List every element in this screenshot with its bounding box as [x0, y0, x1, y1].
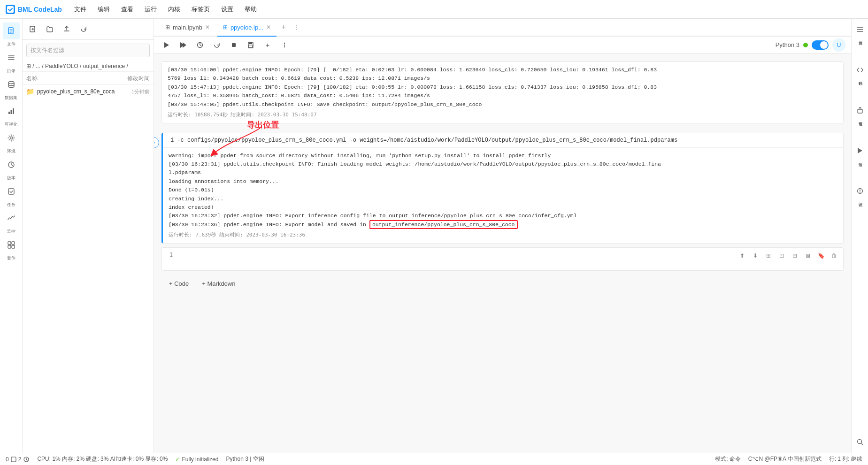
right-label-debug: 调试	[857, 200, 862, 219]
save-btn[interactable]	[244, 38, 257, 52]
refresh-nb-btn[interactable]	[210, 38, 223, 52]
cell-1-log: [03/30 15:46:00] ppdet.engine INFO: Epoc…	[168, 66, 837, 109]
right-label-code: 代码码	[857, 79, 862, 98]
header-name: 名称	[26, 75, 38, 83]
menu-edit[interactable]: 编辑	[93, 3, 115, 15]
kernel-dot	[803, 43, 808, 47]
refresh-btn[interactable]	[77, 23, 90, 36]
svg-rect-24	[249, 45, 253, 47]
new-file-btn[interactable]	[26, 23, 39, 36]
svg-marker-32	[858, 148, 862, 153]
cell-3-actions: ⬆ ⬇ ⊞ ⊡ ⊟ ⊠ 🔖 🗑	[737, 250, 840, 261]
cell-bookmark-btn[interactable]: 🔖	[815, 250, 827, 261]
menu-tabs[interactable]: 标签页	[187, 3, 215, 15]
add-tab-btn[interactable]: +	[278, 23, 289, 32]
file-item-0[interactable]: 📁 ppyoloe_plus_crn_s_80e_coca 1分钟前	[23, 85, 154, 98]
right-sidebar: 属性 代码码 包管理 运行中 调试	[851, 19, 868, 453]
cell-1-meta: 运行时长: 10588.754秒 结束时间: 2023-03-30 15:48:…	[168, 111, 837, 119]
sidebar-item-catalog[interactable]	[3, 49, 20, 66]
svg-rect-7	[10, 110, 12, 114]
sidebar-label-task: 任务	[7, 202, 15, 208]
menu-file[interactable]: 文件	[69, 3, 91, 15]
app-logo[interactable]: BML CodeLab	[6, 5, 62, 14]
svg-point-26	[284, 44, 285, 45]
user-avatar-btn[interactable]: U	[832, 38, 845, 52]
add-code-btn[interactable]: + Code	[165, 278, 192, 289]
sidebar-item-monitor[interactable]	[3, 210, 20, 227]
menu-help[interactable]: 帮助	[240, 3, 261, 15]
sidebar-item-data[interactable]	[3, 76, 20, 93]
cell-move-down-btn[interactable]: ⬇	[750, 250, 761, 261]
code-panel-btn[interactable]	[853, 63, 867, 77]
tab-more-btn[interactable]: ⋮	[293, 23, 300, 31]
cell-merge-down-btn[interactable]: ⊠	[802, 250, 814, 261]
menu-run[interactable]: 运行	[140, 3, 161, 15]
more-btn[interactable]	[278, 38, 291, 52]
status-check-icon: ✓	[175, 456, 180, 463]
cell-split-btn[interactable]: ⊡	[776, 250, 787, 261]
cell-move-up-btn[interactable]: ⬆	[737, 250, 748, 261]
svg-rect-21	[232, 43, 236, 47]
properties-panel-btn[interactable]	[853, 23, 867, 37]
sidebar-item-task[interactable]	[3, 183, 20, 200]
run-all-btn[interactable]	[177, 38, 190, 52]
tab-ppyoloe-close[interactable]: ✕	[266, 24, 271, 30]
sidebar-label-version: 版本	[7, 175, 15, 181]
file-search-input[interactable]: 按文件名过滤	[26, 44, 150, 57]
sidebar-item-suite[interactable]	[3, 236, 20, 253]
left-icon-sidebar: 文件 目录 数据集 可视化 环境 版本 任务 监控	[0, 19, 23, 453]
cell-merge-up-btn[interactable]: ⊟	[789, 250, 800, 261]
folder-icon: 📁	[26, 88, 34, 95]
svg-rect-6	[8, 112, 10, 114]
svg-rect-8	[13, 108, 14, 114]
sidebar-item-file[interactable]	[3, 23, 20, 39]
tab-main-close[interactable]: ✕	[205, 24, 210, 30]
logo-icon	[6, 5, 15, 14]
sidebar-label-viz: 可视化	[5, 122, 17, 128]
svg-rect-15	[12, 245, 15, 248]
sidebar-item-env[interactable]	[3, 130, 20, 146]
sidebar-label-monitor: 监控	[7, 229, 15, 235]
upload-btn[interactable]	[60, 23, 73, 36]
cell-2-run-btn[interactable]: ▶	[154, 137, 159, 148]
restart-btn[interactable]	[193, 38, 207, 52]
svg-point-9	[10, 137, 12, 139]
sidebar-item-version[interactable]	[3, 156, 20, 173]
tab-ppyoloe[interactable]: ⊞ ppyoloe.ip... ✕	[217, 19, 277, 37]
menu-view[interactable]: 查看	[116, 3, 138, 15]
tab-main-label: main.ipynb	[173, 24, 202, 31]
sidebar-label-env: 环境	[7, 148, 15, 154]
add-markdown-btn[interactable]: + Markdown	[198, 278, 239, 289]
cell-2-run-area: ▶	[154, 137, 159, 148]
cell-copy-btn[interactable]: ⊞	[763, 250, 774, 261]
menu-settings[interactable]: 设置	[216, 3, 238, 15]
status-cpu-text: CPU: 1% 内存: 2% 硬盘: 3% AI加速卡: 0% 显存: 0%	[37, 455, 168, 463]
app-title: BML CodeLab	[18, 6, 62, 13]
cell-2-wrapper: 导出位置 ▶ 1 -c configs/ppyoloe/ppyoloe_plus…	[161, 133, 844, 244]
debug-panel-btn[interactable]	[853, 184, 867, 198]
right-label-running: 运行中	[857, 160, 862, 178]
package-panel-btn[interactable]	[853, 103, 867, 117]
cpu-icon	[23, 456, 30, 463]
tab-main[interactable]: ⊞ main.ipynb ✕	[160, 19, 215, 37]
status-kernel: Python 3 | 空闲	[226, 455, 264, 463]
status-locale: C⌥N @FP⑧A 中国创新范式	[748, 455, 822, 463]
new-folder-btn[interactable]	[43, 23, 56, 36]
svg-marker-17	[164, 42, 169, 48]
add-cell-toolbar-btn[interactable]: +	[261, 38, 274, 52]
cell-2-code: 1 -c configs/ppyoloe/ppyoloe_plus_crn_s_…	[170, 137, 837, 144]
menu-kernel[interactable]: 内核	[163, 3, 185, 15]
notebook-content[interactable]: [03/30 15:46:00] ppdet.engine INFO: Epoc…	[154, 53, 851, 453]
cell-2-log: Warning: import ppdet from source direct…	[169, 152, 837, 229]
sidebar-item-viz[interactable]	[3, 103, 20, 120]
running-panel-btn[interactable]	[853, 144, 867, 158]
cell-delete-btn[interactable]: 🗑	[829, 250, 840, 261]
interrupt-btn[interactable]	[227, 38, 240, 52]
cell-2-output: Warning: import ppdet from source direct…	[163, 147, 843, 243]
tab-bar: ⊞ main.ipynb ✕ ⊞ ppyoloe.ip... ✕ + ⋮	[154, 19, 851, 37]
run-btn[interactable]	[160, 38, 173, 52]
kernel-toggle[interactable]	[812, 40, 829, 50]
right-search-btn[interactable]	[853, 435, 867, 449]
svg-marker-19	[183, 42, 186, 48]
file-panel: 按文件名过滤 ⊞ / ... / PaddleYOLO / output_inf…	[23, 19, 154, 453]
